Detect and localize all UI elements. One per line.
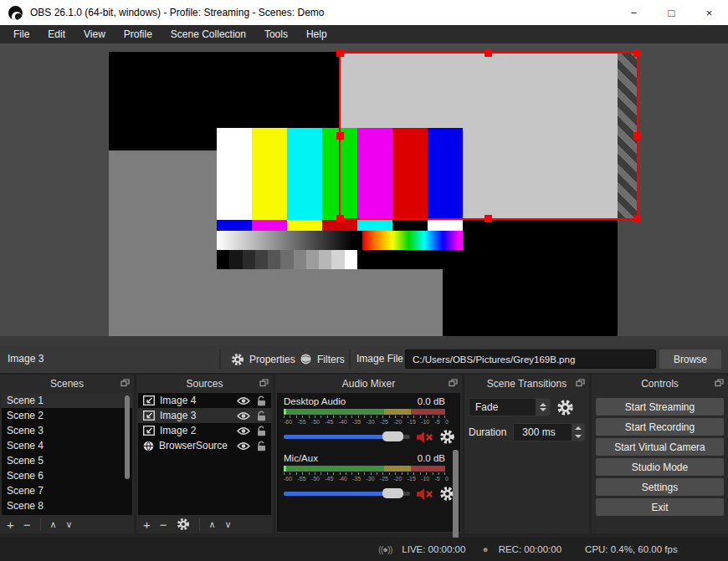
black-source-bottom-right[interactable] [443,220,618,336]
mute-speaker-icon[interactable] [416,431,433,444]
toolbar-separator [219,349,221,369]
live-timer: LIVE: 00:00:00 [402,544,465,554]
menu-edit[interactable]: Edit [38,26,74,43]
channel-level: 0.0 dB [418,453,445,463]
float-dock-icon[interactable] [120,379,130,387]
image-icon [143,426,155,436]
toolbar-divider [199,518,200,531]
selection-handle-top-center[interactable] [484,49,492,57]
float-dock-icon[interactable] [715,379,724,387]
selection-handle-bottom-left[interactable] [336,215,344,222]
lock-icon[interactable] [257,411,266,421]
sources-toolbar: + − ∧ ∨ [136,515,273,533]
selection-handle-top-right[interactable] [633,49,641,57]
scene-list-item[interactable]: Scene 7 [2,483,132,498]
menu-view[interactable]: View [74,26,115,43]
menu-help[interactable]: Help [297,26,336,43]
rec-timer: REC: 00:00:00 [499,544,561,554]
remove-scene-button[interactable]: − [23,518,31,531]
scene-list-item[interactable]: Scene 4 [2,438,132,453]
add-scene-button[interactable]: + [7,518,14,531]
selection-handle-bottom-center[interactable] [484,215,492,222]
move-source-up-button[interactable]: ∧ [209,519,216,530]
controls-panel: Controls Start Streaming Start Recording… [592,375,728,533]
mixer-channel-mic-aux: Mic/Aux 0.0 dB -60-55-50 -45-40-35 -30-2… [284,453,454,502]
obs-window: OBS 26.1.0 (64-bit, windows) - Profile: … [0,0,728,561]
float-dock-icon[interactable] [576,379,585,387]
dock-area: Scenes Scene 1 Scene 2 Scene 3 Scene 4 S… [0,373,728,538]
visibility-eye-icon[interactable] [237,441,250,451]
close-button[interactable]: × [690,0,728,25]
source-list-item[interactable]: BrowserSource [138,438,271,453]
scene-list-item[interactable]: Scene 8 [2,498,132,513]
filters-icon [300,353,312,365]
source-list-item[interactable]: Image 4 [138,393,271,408]
preview-bottom-strip [0,336,728,345]
combo-arrows[interactable] [536,399,550,416]
transition-properties-gear-icon[interactable] [556,399,574,416]
scenes-scrollbar[interactable] [125,395,130,479]
start-streaming-button[interactable]: Start Streaming [596,398,724,416]
start-recording-button[interactable]: Start Recording [596,418,724,436]
start-virtual-camera-button[interactable]: Start Virtual Camera [596,438,724,456]
broadcast-signal-icon: ((●)) [378,544,392,554]
mute-speaker-icon[interactable] [416,487,433,501]
float-dock-icon[interactable] [259,379,269,387]
source-list-item[interactable]: Image 3 [138,408,271,423]
scene-list-item[interactable]: Scene 2 [2,408,132,423]
maximize-button[interactable]: □ [653,0,690,25]
add-source-button[interactable]: + [143,518,151,531]
selection-handle-mid-right[interactable] [633,132,641,140]
source-properties-gear-icon[interactable] [177,518,190,531]
selection-handle-bottom-right[interactable] [633,215,641,222]
lock-icon[interactable] [257,426,266,436]
channel-level: 0.0 dB [418,396,445,406]
filters-button[interactable]: Filters [295,345,350,373]
volume-meter [284,466,445,472]
channel-settings-gear-icon[interactable] [439,429,455,445]
transition-select[interactable]: Fade [469,398,551,416]
meter-tick-labels: -60-55-50 -45-40-35 -30-25-20 -15-10-5 0 [284,419,449,425]
volume-slider[interactable] [284,492,410,496]
remove-source-button[interactable]: − [160,518,167,531]
selection-handle-mid-left[interactable] [336,132,344,140]
menu-profile[interactable]: Profile [115,26,161,43]
exit-button[interactable]: Exit [596,498,724,516]
menu-file[interactable]: File [4,26,38,43]
duration-spinbox[interactable]: 300 ms [513,423,585,441]
scene-list-item[interactable]: Scene 5 [2,453,132,468]
volume-slider[interactable] [284,435,410,439]
properties-button[interactable]: Properties [226,345,300,373]
source-list-item[interactable]: Image 2 [138,423,271,438]
selection-handle-top-left[interactable] [336,49,344,57]
visibility-eye-icon[interactable] [237,396,250,405]
move-scene-up-button[interactable]: ∧ [50,519,57,530]
lock-icon[interactable] [257,441,266,451]
meter-tickmarks [284,472,445,475]
image-file-input[interactable] [405,349,656,369]
scene-list-item[interactable]: Scene 1 [2,393,132,408]
volume-slider-thumb[interactable] [382,431,403,441]
rec-dot-icon: ● [482,543,488,555]
move-source-down-button[interactable]: ∨ [225,519,232,530]
menu-tools[interactable]: Tools [255,26,297,43]
duration-down-button[interactable] [572,432,584,441]
float-dock-icon[interactable] [449,379,458,387]
minimize-button[interactable]: − [615,0,653,25]
volume-meter [284,409,445,415]
volume-slider-thumb[interactable] [382,488,403,498]
selection-box[interactable] [339,52,638,220]
browse-button[interactable]: Browse [659,349,721,369]
scene-list-item[interactable]: Scene 3 [2,423,132,438]
studio-mode-button[interactable]: Studio Mode [596,458,724,476]
menu-scene-collection[interactable]: Scene Collection [161,26,255,43]
scene-list-item[interactable]: Scene 6 [2,468,132,483]
obs-logo-icon [8,6,23,20]
settings-button[interactable]: Settings [596,478,724,496]
lock-icon[interactable] [257,395,266,406]
mixer-scrollbar[interactable] [453,450,459,543]
visibility-eye-icon[interactable] [237,426,250,436]
visibility-eye-icon[interactable] [237,411,250,421]
move-scene-down-button[interactable]: ∨ [66,519,73,530]
duration-up-button[interactable] [572,424,584,432]
